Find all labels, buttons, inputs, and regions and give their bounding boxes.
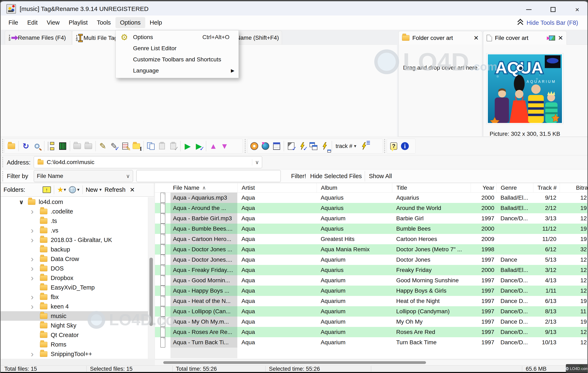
details-grid-icon[interactable] [57, 140, 68, 152]
hide-tools-bar-button[interactable]: Hide Tools Bar (F8) [517, 18, 578, 28]
file-row[interactable]: Aqua - Barbie Girl.mp3 Aqua Aquarium Bar… [155, 213, 588, 224]
tree-item[interactable]: EasyXviD_Temp [1, 283, 148, 292]
tree-item[interactable]: 2018.03 - Gibraltar, UK [1, 235, 148, 245]
fast-window-bolt-icon[interactable] [319, 140, 330, 152]
fast-list-bolt-icon[interactable] [358, 140, 369, 152]
folder-closed-icon[interactable] [72, 140, 83, 152]
maximize-button[interactable] [548, 6, 558, 13]
file-row[interactable]: Aqua - Happy Boys ... Aqua Aquarium Happ… [155, 286, 588, 296]
tree-item[interactable]: DOS [1, 264, 148, 273]
file-row[interactable]: Aqua - Cartoon Hero... Aqua Greatest Hit… [155, 234, 588, 244]
tab-file-cover-art[interactable]: File cover art ✕ [483, 31, 567, 45]
menu-bar-item[interactable]: Options [116, 17, 145, 28]
menu-bar-item[interactable]: Tools [92, 17, 116, 28]
tree-item[interactable]: .vs [1, 226, 148, 235]
tree-item[interactable]: Night Sky [1, 321, 148, 330]
tree-item[interactable]: Roms [1, 340, 148, 349]
help-icon[interactable]: ? [388, 140, 399, 152]
expander-icon[interactable] [31, 349, 40, 359]
edit-tag-note-icon[interactable]: ✎ [120, 140, 131, 152]
refresh-icon[interactable]: ↻ [20, 140, 32, 152]
file-row[interactable]: Aqua - My Oh My.m... Aqua Aquarium My Oh… [155, 317, 588, 327]
process-play-icon[interactable]: ▶ [182, 140, 193, 152]
paste-special-icon[interactable]: ✓ [168, 140, 179, 152]
expander-icon[interactable] [31, 235, 40, 245]
cd-info-icon[interactable] [249, 140, 260, 152]
add-picture-icon[interactable] [549, 36, 555, 40]
column-title[interactable]: Title [392, 183, 471, 192]
column-genre[interactable]: Genre [496, 183, 533, 192]
file-row[interactable]: Aqua - Freaky Friday.... Aqua Aquarius F… [155, 265, 588, 275]
expander-icon[interactable] [31, 302, 40, 311]
file-row[interactable]: Aqua - Roses Are Re... Aqua Aquarium Ros… [155, 327, 588, 337]
fast-save-bolt-icon[interactable]: ✓ [297, 140, 308, 152]
refresh-folders-button[interactable]: Refresh [105, 186, 126, 193]
copy-windows-icon[interactable] [308, 140, 319, 152]
check-window-icon[interactable]: ✓ [285, 140, 297, 152]
tree-item[interactable]: fbx [1, 292, 148, 302]
file-row[interactable]: Aqua - Doctor Jones.... Aqua Aquarium Do… [155, 255, 588, 265]
hide-selected-files-button[interactable]: Hide Selected Files [310, 173, 362, 180]
file-row[interactable]: Aqua - Lollipop (Can... Aqua Aquarium Lo… [155, 306, 588, 317]
expander-icon[interactable] [31, 207, 40, 216]
paste-icon[interactable] [157, 140, 168, 152]
file-row[interactable]: Aqua - Heat of the N... Aqua Aquarium He… [155, 296, 588, 306]
tree-item[interactable]: music [1, 311, 148, 321]
column-year[interactable]: Year [471, 183, 496, 192]
file-row[interactable]: Aqua - Bumble Bees.... Aqua Aquarius Bum… [155, 224, 588, 234]
expander-icon[interactable] [31, 273, 40, 283]
folder-open-icon[interactable] [83, 140, 94, 152]
close-file-cover-icon[interactable]: ✕ [558, 34, 563, 41]
menu-bar-item[interactable]: Edit [23, 17, 42, 28]
move-down-icon[interactable]: ▼ [219, 140, 230, 152]
tag-calendar-icon[interactable] [271, 140, 282, 152]
tree-item[interactable]: lo4d.com [1, 197, 148, 207]
tab-folder-cover-art[interactable]: Folder cover art ✕ [399, 31, 482, 45]
open-folder-icon[interactable] [6, 140, 17, 152]
filter-input[interactable] [136, 170, 281, 182]
file-row[interactable]: Aqua - Aquarius.mp3 Aqua Aquarius Aquari… [155, 192, 588, 203]
tree-item[interactable]: Dropbox [1, 273, 148, 283]
tree-item[interactable]: backup [1, 245, 148, 254]
close-button[interactable]: × [572, 6, 582, 13]
options-menu-item[interactable]: Language ▶ [116, 65, 239, 76]
column-track[interactable]: Track # [533, 183, 560, 192]
tree-item[interactable]: SnippingTool++ [1, 349, 148, 359]
menu-bar-item[interactable]: View [42, 17, 64, 28]
minimize-button[interactable] [524, 6, 534, 13]
filter-field-select[interactable]: File Name ∨ [34, 170, 133, 182]
file-row[interactable]: Aqua - Turn Back Ti... Aqua Aquarium Tur… [155, 337, 588, 348]
folder-tree-icon[interactable] [46, 140, 57, 152]
column-bitrate[interactable]: Bitrate [560, 183, 588, 192]
new-folder-button[interactable]: New▾ [86, 186, 102, 193]
search-icon[interactable] [32, 140, 43, 152]
tree-scrollbar-thumb[interactable] [149, 258, 153, 326]
tree-scrollbar[interactable] [148, 197, 154, 359]
options-menu-item[interactable]: Genre List Editor ▶ [116, 43, 239, 54]
folder-cover-art-panel[interactable] [399, 44, 482, 137]
close-folders-icon[interactable]: ✕ [130, 186, 135, 193]
rename-folder-icon[interactable]: I [131, 140, 142, 152]
expander-icon[interactable] [31, 264, 40, 273]
write-tags-pen-icon[interactable]: ✎✓ [108, 140, 120, 152]
expander-icon[interactable] [31, 254, 40, 264]
tab-rename-files[interactable]: TAG Rename Files (F4) [5, 30, 72, 45]
tree-item[interactable]: Qt Creator [1, 330, 148, 340]
column-artist[interactable]: Artist [237, 183, 316, 192]
info-icon[interactable]: i [399, 140, 410, 152]
copy-icon[interactable] [145, 140, 157, 152]
favorites-star-icon[interactable]: ★▾ [57, 185, 66, 194]
column-file-name[interactable]: File Name∧ [170, 183, 237, 192]
file-row[interactable]: Aqua - Doctor Jones ... Aqua Aqua Mania … [155, 244, 588, 255]
show-all-button[interactable]: Show All [369, 173, 392, 180]
options-menu-item[interactable]: Options Ctrl+Alt+O ▶ [116, 32, 239, 43]
menu-bar-item[interactable]: Playlist [64, 17, 92, 28]
tree-item[interactable]: Data Crow [1, 254, 148, 264]
options-menu-item[interactable]: Customize Toolbars and Shortcuts ▶ [116, 54, 239, 65]
tree-item[interactable]: .ts [1, 216, 148, 226]
horizontal-scrollbar[interactable] [155, 360, 588, 365]
file-row[interactable]: Aqua - Good Mornin... Aqua Aquarium Good… [155, 275, 588, 286]
close-folder-cover-icon[interactable]: ✕ [473, 34, 479, 41]
up-folder-icon[interactable]: ↑ [43, 186, 51, 193]
horizontal-scrollbar-thumb[interactable] [163, 361, 426, 364]
